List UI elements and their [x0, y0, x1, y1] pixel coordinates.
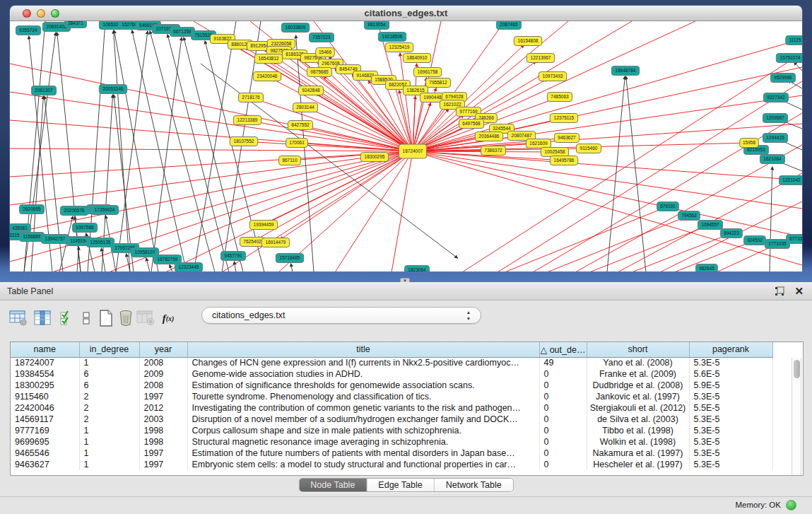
memory-ok-indicator[interactable] [786, 500, 796, 510]
graph-node[interactable]: 9355724 [16, 26, 40, 35]
cell-name[interactable]: 22420046 [11, 402, 79, 414]
graph-node[interactable]: 18640910 [403, 54, 430, 63]
graph-node[interactable]: 10025458 [541, 148, 568, 157]
cell-title[interactable]: Structural magnetic resonance image aver… [187, 436, 539, 448]
cell-pagerank[interactable]: 5.3E-5 [689, 425, 772, 436]
cell-pagerank[interactable]: 5.3E-5 [689, 448, 772, 459]
scrollbar-thumb[interactable] [794, 360, 800, 378]
cell-in_degree[interactable]: 2 [79, 402, 139, 414]
show-columns-icon[interactable] [33, 306, 52, 330]
table-row[interactable]: 977716911998Corpus callosum shape and si… [11, 425, 772, 436]
cell-pagerank[interactable]: 5.6E-5 [689, 368, 772, 380]
tab-network-table[interactable]: Network Table [435, 479, 513, 491]
cell-short[interactable]: Wolkin et al. (1998) [587, 436, 689, 448]
cell-pagerank[interactable]: 5.9E-5 [689, 380, 772, 391]
cell-name[interactable]: 9699695 [11, 436, 79, 448]
graph-node[interactable]: 16033809 [281, 23, 309, 33]
graph-node[interactable]: 7625402 [240, 238, 264, 247]
cell-out_degree[interactable]: 0 [539, 391, 587, 402]
graph-node[interactable]: 13942757 [41, 235, 69, 244]
cell-name[interactable]: 18724007 [11, 357, 79, 368]
table-row[interactable]: 969969511998Structural magnetic resonanc… [11, 436, 772, 448]
graph-node[interactable]: 16961758 [413, 68, 441, 77]
cell-title[interactable]: Estimation of the future numbers of pati… [187, 448, 539, 459]
table-row[interactable]: 911546021997Tourette syndrome. Phenomeno… [11, 391, 772, 402]
cell-title[interactable]: Genome-wide association studies in ADHD. [187, 368, 539, 380]
graph-node[interactable]: 7485063 [547, 93, 572, 102]
graph-node[interactable]: 679191 [657, 202, 679, 211]
graph-node[interactable]: 16543812 [254, 54, 282, 64]
cell-pagerank[interactable]: 5.3E-5 [689, 436, 772, 448]
column-header-short[interactable]: short [587, 342, 689, 357]
cell-name[interactable]: 9465546 [11, 448, 79, 459]
cell-year[interactable]: 1998 [139, 425, 187, 436]
graph-node[interactable]: 2718176 [238, 93, 263, 103]
graph-node[interactable]: 9529966 [770, 74, 795, 83]
cell-out_degree[interactable]: 0 [539, 459, 587, 470]
graph-node[interactable]: 20053346 [99, 85, 126, 94]
graph-node[interactable]: 20364486 [475, 132, 502, 141]
graph-node[interactable]: 16914479 [261, 238, 289, 247]
cell-title[interactable]: Investigating the contribution of common… [187, 402, 539, 414]
graph-node[interactable]: 16495786 [550, 156, 577, 165]
cell-in_degree[interactable]: 2 [79, 391, 139, 402]
graph-node[interactable]: 1221042 [779, 176, 802, 185]
cell-title[interactable]: Corpus callosum shape and size in male p… [187, 425, 539, 436]
graph-node[interactable]: 12375115 [550, 114, 577, 123]
graph-node[interactable]: 982645 [696, 264, 718, 272]
cell-in_degree[interactable]: 1 [79, 448, 139, 459]
graph-node[interactable]: 16154808 [514, 37, 541, 46]
graph-node[interactable]: 9397588 [72, 223, 97, 233]
select-all-columns-icon[interactable] [57, 306, 76, 330]
window-titlebar[interactable]: citations_edges.txt [10, 6, 802, 21]
cell-year[interactable]: 2008 [139, 357, 187, 368]
table-row[interactable]: 946554611997Estimation of the future num… [11, 448, 772, 459]
column-header-title[interactable]: title [187, 342, 539, 357]
cell-short[interactable]: Tibbo et al. (1998) [587, 425, 689, 436]
delete-columns-icon[interactable] [116, 306, 136, 330]
cell-short[interactable]: Jankovic et al. (1997) [587, 391, 689, 402]
graph-node[interactable]: 17359924 [90, 206, 118, 215]
cell-out_degree[interactable]: 0 [539, 368, 587, 380]
cell-short[interactable]: Dudbridge et al. (2008) [587, 380, 689, 391]
cell-year[interactable]: 1998 [139, 436, 187, 448]
cell-pagerank[interactable]: 5.3E-5 [689, 357, 772, 368]
graph-node[interactable]: 1621064 [760, 155, 784, 164]
graph-node[interactable]: 12213389 [233, 116, 261, 125]
cell-title[interactable]: Changes of HCN gene expression and I(f) … [187, 357, 539, 368]
table-row[interactable]: 2242004622012Investigating the contribut… [11, 402, 772, 414]
graph-node[interactable]: 9242848 [298, 86, 323, 95]
graph-node[interactable]: 677335 [787, 235, 802, 244]
table-row[interactable]: 1938455462009Genome-wide association stu… [11, 368, 772, 380]
create-column-icon[interactable] [96, 306, 116, 330]
graph-node[interactable]: 284371 [65, 21, 87, 28]
graph-node[interactable]: 9227342 [763, 93, 788, 103]
graph-node[interactable]: 23420046 [253, 72, 281, 81]
cell-year[interactable]: 1997 [139, 391, 187, 402]
cell-out_degree[interactable]: 0 [539, 448, 587, 459]
graph-node[interactable]: 12505135 [86, 238, 114, 247]
column-header-in_degree[interactable]: in_degree [79, 342, 139, 357]
cell-name[interactable]: 9115460 [11, 391, 79, 402]
cell-year[interactable]: 1997 [139, 459, 187, 470]
table-mode-icon[interactable] [8, 306, 28, 330]
cell-out_degree[interactable]: 0 [539, 425, 587, 436]
cell-in_degree[interactable]: 6 [79, 380, 139, 391]
graph-node[interactable]: 894223 [721, 229, 743, 238]
cell-short[interactable]: de Silva et al. (2003) [587, 414, 689, 425]
table-row[interactable]: 1872400712008Changes of HCN gene express… [11, 357, 772, 368]
graph-node[interactable]: 15958 [740, 139, 759, 148]
vertical-scrollbar[interactable] [792, 358, 801, 475]
graph-node[interactable]: 12325419 [385, 43, 413, 52]
cell-in_degree[interactable]: 1 [79, 357, 139, 368]
cell-title[interactable]: Disruption of a novel member of a sodium… [187, 414, 539, 425]
graph-node[interactable]: 924502 [744, 236, 766, 245]
cell-pagerank[interactable]: 5.3E-5 [689, 414, 772, 425]
table-row[interactable]: 1456911722003Disruption of a novel membe… [11, 414, 772, 425]
close-panel-icon[interactable]: ✕ [794, 285, 804, 298]
graph-node[interactable]: 18107552 [230, 137, 257, 146]
node-table[interactable]: namein_degreeyeartitle△ out_de…shortpage… [10, 341, 804, 476]
graph-node[interactable]: 2087465 [496, 21, 521, 30]
table-row[interactable]: 1830029562008Estimation of significance … [11, 380, 772, 391]
graph-node[interactable]: 18724007 [399, 144, 426, 158]
